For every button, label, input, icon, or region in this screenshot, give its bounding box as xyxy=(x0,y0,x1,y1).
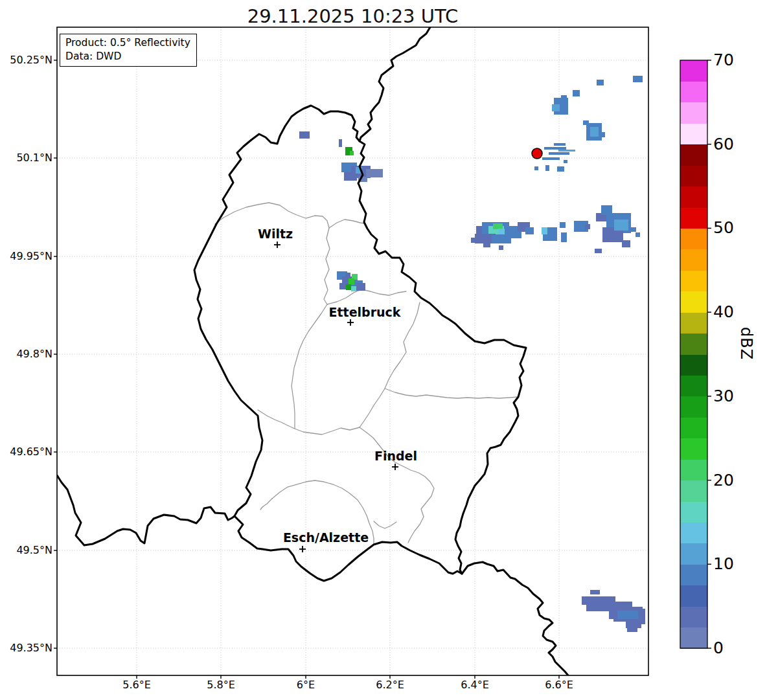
radar-echo xyxy=(640,609,645,624)
colorbar-tick-label-2: 20 xyxy=(713,471,734,490)
x-tick-label-5: 6.6°E xyxy=(530,679,588,691)
colorbar-segment xyxy=(680,564,707,585)
radar-echo xyxy=(339,139,342,147)
region-border xyxy=(215,203,329,228)
radar-echo xyxy=(561,232,567,242)
radar-echo xyxy=(590,590,600,594)
colorbar-segment xyxy=(680,123,707,144)
radar-echo xyxy=(560,222,566,228)
colorbar-segment xyxy=(680,417,707,438)
colorbar-segment xyxy=(680,249,707,271)
radar-echo xyxy=(590,127,599,137)
colorbar-tick-label-6: 60 xyxy=(713,135,734,154)
info-data-line: Data: DWD xyxy=(65,50,190,63)
radar-echo xyxy=(617,611,638,619)
radar-echo xyxy=(344,172,357,181)
country-border xyxy=(57,475,235,545)
radar-echo xyxy=(595,249,602,253)
radar-echo xyxy=(622,240,630,247)
colorbar-tick-label-3: 30 xyxy=(713,387,734,406)
radar-echo xyxy=(554,143,566,146)
y-tick-label-1: 50.1°N xyxy=(0,152,52,164)
colorbar-segment xyxy=(680,144,707,166)
region-border xyxy=(258,410,360,435)
radar-echo xyxy=(557,166,564,172)
colorbar-tick-label-4: 40 xyxy=(713,302,734,322)
colorbar-tick-label-5: 50 xyxy=(713,218,734,238)
colorbar-tick-label-0: 0 xyxy=(713,638,724,658)
y-tick-label-5: 49.5°N xyxy=(0,545,52,556)
info-box: Product: 0.5° Reflectivity Data: DWD xyxy=(60,34,197,67)
colorbar-segment xyxy=(680,312,707,333)
colorbar-segment xyxy=(680,102,707,124)
radar-echo xyxy=(564,160,567,163)
colorbar-segment xyxy=(680,270,707,291)
region-border xyxy=(360,427,434,543)
colorbar-segment xyxy=(680,396,707,418)
region-border xyxy=(292,304,327,429)
radar-figure: 29.11.2025 10:23 UTC Product: 0.5° Refle… xyxy=(0,0,767,700)
country-border xyxy=(360,27,430,141)
colorbar-segment xyxy=(680,60,707,82)
radar-echo xyxy=(561,95,567,101)
radar-echo xyxy=(614,602,632,607)
radar-echo xyxy=(545,165,549,171)
info-product-line: Product: 0.5° Reflectivity xyxy=(65,36,190,50)
radar-echo xyxy=(635,232,640,237)
colorbar-segment xyxy=(680,165,707,186)
radar-echo xyxy=(582,596,615,605)
colorbar-segment xyxy=(680,291,707,313)
map-area xyxy=(57,27,648,675)
colorbar-segment xyxy=(680,585,707,607)
colorbar-segment xyxy=(680,375,707,396)
city-label-esch-alzette: Esch/Alzette xyxy=(248,530,404,545)
axes-frame xyxy=(57,27,648,675)
radar-echo xyxy=(542,227,547,234)
colorbar-segment xyxy=(680,333,707,355)
radar-echo xyxy=(356,283,365,291)
colorbar-segment xyxy=(680,627,707,649)
colorbar-segment xyxy=(680,438,707,460)
colorbar-segment xyxy=(680,501,707,523)
radar-echo xyxy=(471,238,476,243)
radar-echo xyxy=(630,227,636,232)
x-tick-label-3: 6.2°E xyxy=(361,679,419,691)
x-tick-label-1: 5.8°E xyxy=(192,679,250,691)
region-border xyxy=(385,389,518,398)
radar-echo xyxy=(542,157,560,160)
colorbar-segment xyxy=(680,459,707,480)
radar-echo xyxy=(585,224,590,229)
radar-echo xyxy=(558,150,575,152)
radar-echo xyxy=(346,284,351,290)
colorbar-segment xyxy=(680,186,707,208)
colorbar-segment xyxy=(680,207,707,229)
radar-echo xyxy=(483,243,490,247)
y-tick-label-6: 49.35°N xyxy=(0,642,52,654)
radar-echo xyxy=(544,147,566,150)
radar-echo xyxy=(349,278,354,285)
radar-echo xyxy=(299,131,310,139)
city-label-ettelbruck: Ettelbruck xyxy=(287,305,442,319)
region-border xyxy=(374,521,396,528)
city-label-findel: Findel xyxy=(318,449,474,463)
radar-echo xyxy=(549,152,569,155)
city-label-wiltz: Wiltz xyxy=(198,227,353,241)
colorbar-segment xyxy=(680,228,707,249)
y-tick-label-4: 49.65°N xyxy=(0,446,52,458)
radar-echo xyxy=(493,223,503,229)
colorbar-axis-label: dBZ xyxy=(737,327,755,360)
colorbar-tick-label-1: 10 xyxy=(713,554,734,574)
y-tick-label-3: 49.8°N xyxy=(0,348,52,360)
x-tick-label-4: 6.4°E xyxy=(446,679,504,691)
radar-echo xyxy=(627,626,637,632)
country-border xyxy=(462,562,568,675)
radar-echo xyxy=(534,166,538,170)
colorbar-segment xyxy=(680,522,707,543)
y-tick-label-0: 50.25°N xyxy=(0,54,52,66)
radar-echo xyxy=(350,151,354,155)
radar-echo xyxy=(552,104,560,111)
colorbar-segment xyxy=(680,606,707,627)
x-tick-label-0: 5.6°E xyxy=(108,679,166,691)
radar-echo xyxy=(525,227,534,234)
radar-echo xyxy=(573,90,580,96)
